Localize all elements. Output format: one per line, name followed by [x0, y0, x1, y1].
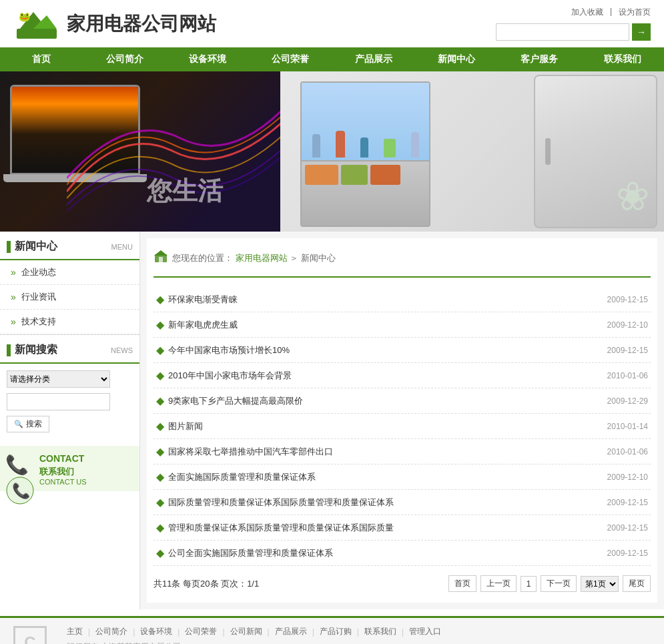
news-title-4: 9类家电下乡产品大幅提高最高限价 [168, 395, 303, 407]
nav-item-news[interactable]: 新闻中心 [415, 48, 498, 71]
banner: 您生活 [0, 71, 664, 232]
page-info: 共11条 每页20条 页次：1/1 [153, 578, 259, 590]
homepage-link[interactable]: 设为首页 [619, 7, 651, 18]
news-link-6[interactable]: ◆国家将采取七举措推动中国汽车零部件出口 [156, 445, 607, 458]
footer-link-news[interactable]: 公司新闻 [230, 626, 262, 637]
news-section: 新闻中心 MENU » 企业动态 » 行业资讯 » 技术支持 [0, 232, 139, 334]
nav-item-equipment[interactable]: 设备环境 [166, 48, 249, 71]
footer-link-products[interactable]: 产品展示 [275, 626, 307, 637]
news-list-item: ◆2010年中国小家电市场年会背景 2010-01-06 [153, 363, 651, 388]
news-link-2[interactable]: ◆今年中国家电市场预计增长10% [156, 344, 607, 356]
bookmark-link[interactable]: 加入收藏 [571, 7, 603, 18]
news-link-10[interactable]: ◆公司全面实施国际质量管理和质量保证体系 [156, 547, 607, 559]
footer-link-honor[interactable]: 公司荣誉 [185, 626, 217, 637]
sidebar-item-enterprise[interactable]: » 企业动态 [0, 260, 139, 285]
header-right: 加入收藏 | 设为首页 [496, 7, 651, 41]
bullet-icon: ◆ [156, 521, 164, 534]
svg-rect-1 [17, 29, 57, 39]
news-list-item: ◆图片新闻 2010-01-14 [153, 414, 651, 439]
search-btn-label: 搜索 [26, 418, 42, 430]
bullet-icon: ◆ [156, 470, 164, 483]
nav-item-honor[interactable]: 公司荣誉 [249, 48, 332, 71]
first-page-button[interactable]: 首页 [448, 575, 476, 592]
prev-page-button[interactable]: 上一页 [480, 575, 517, 592]
banner-right: ❀ [280, 71, 664, 232]
fridge-open [300, 81, 430, 227]
search-title-text: 新闻搜索 [15, 343, 57, 357]
breadcrumb-icon [153, 249, 168, 267]
banner-slogan: 您生活 [147, 174, 223, 208]
svg-text:🐸: 🐸 [19, 11, 31, 23]
footer-nav: 主页| 公司简介| 设备环境| 公司荣誉| 公司新闻| 产品展示| 产品订购| … [67, 626, 441, 637]
breadcrumb-home-link[interactable]: 家用电器网站 [236, 253, 288, 263]
footer-link-contact[interactable]: 联系我们 [364, 626, 396, 637]
news-section-title: 新闻中心 MENU [0, 232, 139, 260]
sidebar-tech-label: 技术支持 [21, 316, 56, 328]
next-page-button[interactable]: 下一页 [541, 575, 577, 592]
bullet-icon: ◆ [156, 369, 164, 382]
nav-item-about[interactable]: 公司简介 [83, 48, 165, 71]
breadcrumb-text: 您现在的位置： 家用电器网站 ＞ 新闻中心 [172, 252, 336, 264]
svg-marker-9 [154, 250, 168, 256]
page-select[interactable]: 第1页 [581, 576, 619, 592]
news-date-4: 2009-12-29 [607, 396, 648, 406]
last-page-button[interactable]: 尾页 [623, 575, 651, 592]
news-link-4[interactable]: ◆9类家电下乡产品大幅提高最高限价 [156, 394, 607, 407]
contact-sub-text: CONTACT US [39, 478, 87, 486]
footer-link-equipment[interactable]: 设备环境 [140, 626, 172, 637]
svg-rect-10 [159, 257, 163, 262]
nav-item-products[interactable]: 产品展示 [332, 48, 415, 71]
news-link-1[interactable]: ◆新年家电虎虎生威 [156, 318, 607, 331]
news-link-7[interactable]: ◆全面实施国际质量管理和质量保证体系 [156, 470, 607, 483]
sidebar-item-industry[interactable]: » 行业资讯 [0, 285, 139, 310]
footer: C 主页| 公司简介| 设备环境| 公司荣誉| 公司新闻| 产品展示| 产品订购… [0, 616, 664, 644]
news-date-8: 2009-12-15 [607, 498, 648, 507]
footer-link-about[interactable]: 公司简介 [95, 626, 127, 637]
news-list-item: ◆环保家电渐受青睐 2009-12-15 [153, 287, 651, 312]
fridge-flower-icon: ❀ [616, 177, 649, 217]
search-input[interactable] [496, 23, 629, 41]
current-page-number: 1 [521, 576, 537, 592]
news-link-5[interactable]: ◆图片新闻 [156, 420, 607, 432]
arrow-icon: » [11, 267, 16, 278]
logo-text: 家用电器公司网站 [67, 11, 216, 37]
news-date-7: 2009-12-10 [607, 472, 648, 482]
nav-item-home[interactable]: 首页 [0, 48, 83, 71]
search-news-label: NEWS [111, 346, 133, 354]
footer-link-admin[interactable]: 管理入口 [409, 626, 441, 637]
logo-icon: 🐸 [13, 5, 60, 42]
news-date-10: 2009-12-15 [607, 549, 648, 558]
category-select[interactable]: 请选择分类 [7, 370, 110, 388]
news-list-item: ◆全面实施国际质量管理和质量保证体系 2009-12-10 [153, 464, 651, 490]
sidebar: 新闻中心 MENU » 企业动态 » 行业资讯 » 技术支持 新闻搜索 NEWS [0, 232, 140, 609]
main-nav: 首页 公司简介 设备环境 公司荣誉 产品展示 新闻中心 客户服务 联系我们 [0, 47, 664, 71]
news-link-0[interactable]: ◆环保家电渐受青睐 [156, 293, 607, 306]
footer-nav-copy: 主页| 公司简介| 设备环境| 公司荣誉| 公司新闻| 产品展示| 产品订购| … [67, 626, 441, 644]
search-submit-button[interactable]: 搜索 [7, 416, 49, 432]
search-form: 请选择分类 搜索 [0, 364, 139, 439]
news-list-item: ◆9类家电下乡产品大幅提高最高限价 2009-12-29 [153, 388, 651, 414]
bullet-icon: ◆ [156, 318, 164, 331]
arrow-icon: » [11, 292, 16, 302]
news-link-3[interactable]: ◆2010年中国小家电市场年会背景 [156, 369, 607, 382]
search-text-input[interactable] [7, 393, 110, 410]
contact-text: CONTACT 联系我们 CONTACT US [39, 451, 87, 486]
news-list-item: ◆新年家电虎虎生威 2009-12-10 [153, 312, 651, 338]
footer-link-home[interactable]: 主页 [67, 626, 83, 637]
sidebar-enterprise-label: 企业动态 [21, 266, 56, 278]
news-title-2: 今年中国家电市场预计增长10% [168, 344, 290, 356]
news-link-9[interactable]: ◆管理和质量保证体系国际质量管理和质量保证体系国际质量 [156, 521, 607, 534]
news-list-item: ◆今年中国家电市场预计增长10% 2009-12-15 [153, 338, 651, 363]
pagination: 共11条 每页20条 页次：1/1 首页 上一页 1 下一页 第1页 尾页 [153, 566, 651, 596]
news-date-6: 2010-01-06 [607, 447, 648, 456]
nav-item-contact[interactable]: 联系我们 [581, 48, 664, 71]
sidebar-item-tech[interactable]: » 技术支持 [0, 310, 139, 334]
contact-banner[interactable]: 📞 CONTACT 联系我们 CONTACT US [0, 446, 139, 491]
news-link-8[interactable]: ◆国际质量管理和质量保证体系国际质量管理和质量保证体系 [156, 496, 607, 509]
news-title-7: 全面实施国际质量管理和质量保证体系 [168, 471, 316, 483]
nav-item-service[interactable]: 客户服务 [498, 48, 581, 71]
news-date-5: 2010-01-14 [607, 422, 648, 431]
footer-link-order[interactable]: 产品订购 [320, 626, 352, 637]
search-section-title: 新闻搜索 NEWS [0, 335, 139, 364]
search-button[interactable] [632, 23, 651, 41]
